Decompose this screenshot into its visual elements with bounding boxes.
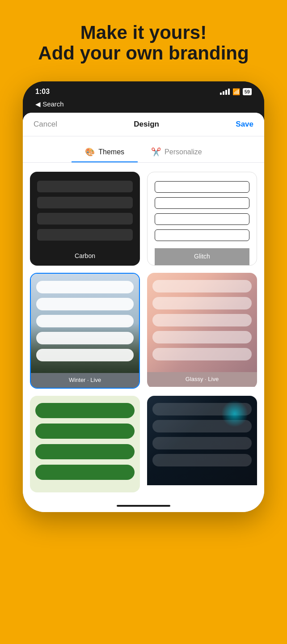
phone-mockup: 1:03 📶 59 ◀ Search Cancel Design Save 🎨 [23,81,264,512]
save-button[interactable]: Save [236,120,253,129]
home-indicator [117,505,170,507]
tab-personalize[interactable]: ✂️ Personalize [138,143,215,162]
carbon-label: Carbon [75,252,95,259]
nav-bar: Cancel Design Save [23,113,264,136]
theme-card-green[interactable] [30,396,140,492]
theme-card-space[interactable] [147,396,257,492]
themes-tab-icon: 🎨 [85,147,95,157]
themes-tab-label: Themes [98,148,124,156]
tab-bar: 🎨 Themes ✂️ Personalize [23,136,264,163]
theme-card-carbon[interactable]: Carbon [30,172,140,266]
tab-themes[interactable]: 🎨 Themes [72,143,138,162]
header-title: Make it yours! Add your own branding [38,22,249,64]
theme-card-winter[interactable]: Winter · Live [30,273,140,389]
personalize-tab-icon: ✂️ [151,147,161,157]
status-bar: 1:03 📶 59 [23,81,264,99]
signal-icon [220,89,230,95]
bottom-indicator [23,501,264,512]
cancel-button[interactable]: Cancel [34,120,57,129]
page-title: Design [134,120,159,129]
time-display: 1:03 [35,88,50,96]
winter-label: Winter · Live [69,377,101,383]
app-content: Cancel Design Save 🎨 Themes ✂️ Personali… [23,113,264,512]
personalize-tab-label: Personalize [165,148,202,156]
status-icons: 📶 59 [220,88,252,95]
wifi-icon: 📶 [232,88,240,95]
header-section: Make it yours! Add your own branding [25,0,262,77]
themes-grid: Carbon Glitch [23,163,264,501]
theme-card-glassy[interactable]: Glassy · Live [147,273,257,389]
back-navigation[interactable]: ◀ Search [23,99,264,113]
theme-card-glitch[interactable]: Glitch [147,172,257,266]
battery-indicator: 59 [243,88,252,95]
glassy-label: Glassy · Live [186,376,219,382]
glitch-label: Glitch [194,253,210,260]
